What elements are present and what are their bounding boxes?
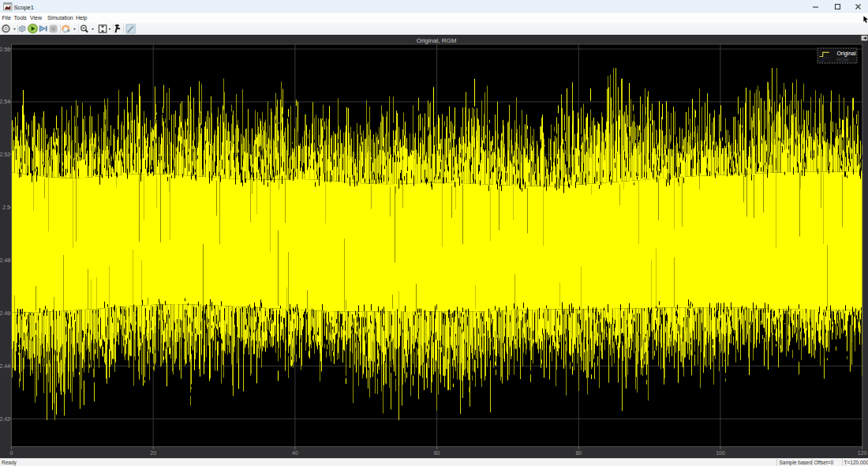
svg-text:2.56: 2.56 xyxy=(0,47,10,52)
svg-text:60: 60 xyxy=(434,450,440,456)
svg-text:0: 0 xyxy=(10,450,13,456)
svg-text:2.44: 2.44 xyxy=(0,363,10,369)
svg-text:2.46: 2.46 xyxy=(0,310,10,316)
svg-text:2.52: 2.52 xyxy=(0,152,10,157)
svg-text:Original, RGM: Original, RGM xyxy=(417,37,457,44)
svg-text:RGM: RGM xyxy=(836,57,848,62)
svg-text:2.5: 2.5 xyxy=(2,205,10,210)
svg-text:2.48: 2.48 xyxy=(0,257,10,263)
svg-text:40: 40 xyxy=(292,450,298,456)
svg-text:120: 120 xyxy=(858,450,867,456)
svg-text:20: 20 xyxy=(150,450,156,456)
svg-text:100: 100 xyxy=(716,450,725,456)
svg-text:2.42: 2.42 xyxy=(0,416,10,422)
svg-text:2.54: 2.54 xyxy=(0,99,10,104)
svg-text:80: 80 xyxy=(575,450,582,456)
